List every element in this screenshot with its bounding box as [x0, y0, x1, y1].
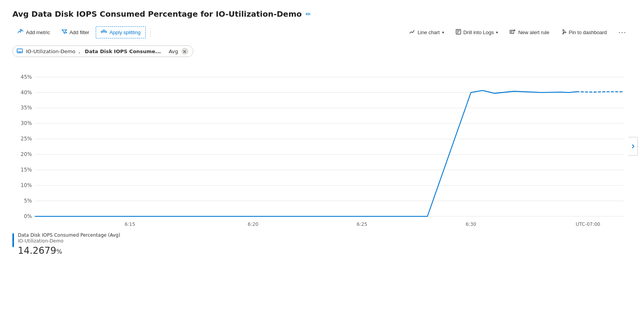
legend-item: Data Disk IOPS Consumed Percentage (Avg)… [12, 232, 632, 256]
svg-rect-14 [510, 30, 514, 33]
apply-splitting-label: Apply splitting [109, 29, 140, 35]
svg-text:6:25: 6:25 [357, 222, 367, 227]
drill-logs-chevron-icon: ▾ [496, 30, 498, 35]
add-metric-button[interactable]: Add metric [12, 26, 55, 38]
pin-to-dashboard-label: Pin to dashboard [569, 29, 607, 35]
toolbar-separator-1 [150, 28, 151, 37]
legend-area: Data Disk IOPS Consumed Percentage (Avg)… [12, 232, 632, 256]
pill-aggregation: Avg [169, 49, 178, 54]
svg-text:6:30: 6:30 [466, 222, 476, 227]
pin-icon [561, 29, 567, 36]
toolbar: Add metric Add filter Apply splitting [12, 26, 632, 39]
svg-text:20%: 20% [21, 151, 32, 157]
line-chart-button[interactable]: Line chart ▾ [404, 26, 449, 38]
svg-point-5 [103, 30, 105, 31]
legend-series-subtitle: IO-Utilization-Demo [18, 238, 120, 244]
chart-container: 45% 40% 35% 30% 25% 20% 15% 10% 5% 0% [12, 65, 632, 228]
legend-color-bar [12, 233, 14, 247]
legend-value-number: 14.2679 [18, 245, 56, 256]
legend-series-title: Data Disk IOPS Consumed Percentage (Avg) [18, 232, 120, 238]
line-chart-chevron-icon: ▾ [442, 30, 444, 35]
add-metric-label: Add metric [26, 29, 50, 35]
apply-splitting-button[interactable]: Apply splitting [96, 26, 145, 38]
title-text: Avg Data Disk IOPS Consumed Percentage f… [12, 9, 302, 19]
svg-text:25%: 25% [21, 136, 32, 142]
expand-chart-button[interactable] [629, 137, 638, 156]
drill-into-logs-label: Drill into Logs [463, 29, 494, 35]
svg-text:40%: 40% [21, 89, 32, 95]
add-filter-button[interactable]: Add filter [57, 26, 94, 38]
svg-point-4 [101, 31, 103, 33]
pin-to-dashboard-button[interactable]: Pin to dashboard [556, 26, 612, 38]
pill-metric-name: Data Disk IOPS Consume... [85, 49, 161, 54]
legend-details: Data Disk IOPS Consumed Percentage (Avg)… [18, 232, 120, 256]
svg-text:6:15: 6:15 [125, 222, 135, 227]
page-title: Avg Data Disk IOPS Consumed Percentage f… [12, 9, 632, 19]
new-alert-rule-button[interactable]: New alert rule [505, 26, 554, 38]
svg-text:6:20: 6:20 [248, 222, 258, 227]
edit-icon[interactable]: ✏ [306, 10, 311, 18]
svg-text:UTC-07:00: UTC-07:00 [576, 222, 600, 227]
svg-text:15%: 15% [21, 167, 32, 173]
svg-text:5%: 5% [24, 198, 32, 204]
chart-svg: 45% 40% 35% 30% 25% 20% 15% 10% 5% 0% [12, 65, 632, 228]
more-options-icon: ··· [618, 28, 627, 36]
add-filter-label: Add filter [69, 29, 89, 35]
add-metric-icon [17, 29, 24, 36]
add-filter-icon [62, 29, 67, 36]
toolbar-right: Line chart ▾ Drill into Logs ▾ [404, 26, 632, 39]
pill-vm-name: IO-Utilization-Demo [26, 49, 76, 54]
legend-value: 14.2679% [18, 245, 120, 256]
svg-text:45%: 45% [21, 74, 32, 80]
line-chart-icon [409, 29, 415, 36]
drill-into-logs-button[interactable]: Drill into Logs ▾ [451, 26, 503, 38]
metric-pill: IO-Utilization-Demo, Data Disk IOPS Cons… [12, 45, 193, 57]
new-alert-icon [510, 29, 516, 36]
svg-point-6 [105, 31, 107, 33]
vm-icon [17, 48, 23, 55]
line-chart-label: Line chart [418, 29, 440, 35]
apply-splitting-icon [101, 29, 107, 36]
legend-unit: % [56, 248, 62, 255]
more-options-button[interactable]: ··· [613, 26, 632, 39]
svg-text:0%: 0% [24, 213, 32, 219]
drill-logs-icon [456, 29, 461, 36]
chart-area: 45% 40% 35% 30% 25% 20% 15% 10% 5% 0% [12, 65, 632, 228]
metric-pill-close-button[interactable]: × [181, 48, 188, 55]
svg-text:35%: 35% [21, 105, 32, 111]
new-alert-rule-label: New alert rule [518, 29, 549, 35]
svg-text:30%: 30% [21, 120, 32, 126]
svg-text:10%: 10% [21, 182, 32, 188]
